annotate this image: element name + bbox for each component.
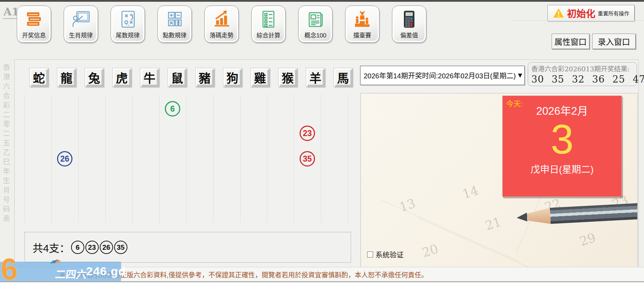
books-icon — [24, 9, 44, 29]
presenter-board-icon — [71, 9, 91, 29]
toolbar-button-concept-100[interactable]: 概念100 — [298, 6, 332, 43]
period-select-value: 2026年第14期开奖时间:2026年02月03日(星期二) — [360, 70, 516, 80]
butterfly-icon — [48, 257, 62, 267]
latest-result-box: 香港六合彩2026013期开奖结果: 30 35 32 36 25 47+46 — [528, 62, 637, 86]
toolbar-button-label: 落碼走勢 — [210, 30, 233, 39]
zodiac-tab-goat[interactable]: 羊 — [306, 68, 325, 87]
zodiac-tab-pig[interactable]: 豬 — [195, 68, 214, 87]
date-card: 今天: 2026年2月 3 戊申日(星期二) — [502, 95, 622, 197]
latest-result-numbers: 30 35 32 36 25 47+46 — [531, 74, 634, 85]
period-select[interactable]: 2026年第14期开奖时间:2026年02月03日(星期二) ▼ — [360, 66, 525, 85]
warning-icon — [553, 8, 565, 18]
zodiac-tab-dog[interactable]: 狗 — [223, 68, 242, 87]
window-top-edge — [0, 0, 644, 2]
zodiac-tab-horse[interactable]: 馬 — [334, 68, 352, 87]
calendar-panel: 13 14 20 21 22 29 23 今天: 2026年2月 3 戊申日(星… — [360, 93, 638, 267]
summary-number: 35 — [114, 241, 127, 254]
toolbar-button-zodiac-pattern[interactable]: 生肖规律 — [64, 6, 98, 43]
pencil-wood — [527, 208, 551, 225]
calendar-bg-number: 29 — [578, 230, 597, 249]
zodiac-tab-ox[interactable]: 牛 — [140, 68, 159, 87]
toolbar-button-label: 开奖信息 — [22, 30, 46, 39]
toolbar-button-comprehensive-calc[interactable]: 綜合計算 — [251, 6, 286, 43]
grid-number-26: 26 — [57, 151, 72, 167]
initialize-button[interactable]: 初始化 重置所有操作 — [547, 5, 635, 21]
date-card-day: 3 — [551, 118, 574, 161]
topright-divider — [512, 21, 644, 21]
watermark-cjk-text: 二四六 — [54, 266, 88, 281]
math-grid-icon — [164, 9, 185, 29]
summary-label: 共4支： — [33, 240, 70, 255]
zodiac-tab-row: 蛇 龍 兔 虎 牛 鼠 豬 狗 雞 猴 羊 馬 — [29, 68, 352, 87]
system-verify-label: 系统验证 — [376, 249, 404, 260]
latest-result-title: 香港六合彩2026013期开奖结果: — [531, 64, 634, 73]
watermark: 6 二四六 246.gd — [0, 257, 122, 283]
podium-icon — [352, 9, 372, 29]
toolbar-button-label: 擂臺賽 — [354, 30, 371, 39]
zodiac-tab-tiger[interactable]: 虎 — [112, 68, 131, 87]
toolbar-button-label: 概念100 — [304, 30, 326, 39]
zodiac-tab-snake[interactable]: 蛇 — [29, 68, 48, 87]
calendar-bg-number: 21 — [483, 214, 503, 233]
initialize-button-sublabel: 重置所有操作 — [598, 9, 629, 17]
toolbar-button-label: 點數規律 — [163, 30, 187, 39]
zodiac-tab-dragon[interactable]: 龍 — [57, 68, 76, 87]
grid-number-6: 6 — [165, 101, 180, 116]
toolbar-button-label: 綜合計算 — [257, 30, 280, 39]
toolbar-button-label: 偏差值 — [400, 30, 418, 39]
checklist-icon — [258, 9, 279, 29]
toolbar-button-lottery-info[interactable]: 开奖信息 — [17, 6, 51, 43]
watermark-domain-text: 246.gd — [86, 264, 126, 278]
summary-number: 26 — [100, 241, 113, 254]
initialize-button-label: 初始化 — [567, 6, 595, 20]
dropdown-arrow-icon[interactable]: ▼ — [516, 71, 524, 79]
summary-number: 23 — [85, 241, 99, 254]
grid-number-35: 35 — [300, 151, 315, 167]
strategy-notebook-icon — [118, 9, 138, 29]
toolbar-button-number-trend[interactable]: 落碼走勢 — [204, 6, 239, 43]
toolbar-button-points-pattern[interactable]: 點數規律 — [158, 6, 192, 43]
bar-chart-icon — [211, 9, 232, 29]
pencil-body — [550, 203, 638, 224]
summary-number: 6 — [71, 241, 84, 254]
date-card-today-label: 今天: — [506, 98, 523, 108]
toolbar: 开奖信息 生肖规律 尾数规律 — [17, 6, 426, 43]
newspaper-icon — [305, 9, 326, 29]
entry-window-button[interactable]: 录入窗口 — [592, 34, 636, 49]
zodiac-tab-rat[interactable]: 鼠 — [168, 68, 187, 87]
properties-window-button[interactable]: 属性窗口 — [552, 34, 589, 49]
date-card-ganzhi: 戊申日(星期二) — [531, 162, 594, 176]
grid-number-23: 23 — [300, 126, 315, 141]
app-window: A1 开奖信息 生肖规律 — [0, 0, 644, 283]
watermark-six-logo: 6 — [0, 251, 19, 283]
calendar-bg-number: 14 — [461, 183, 480, 201]
toolbar-button-label: 尾数规律 — [116, 30, 140, 39]
toolbar-button-deviation-value[interactable]: 偏差值 — [392, 6, 426, 43]
zodiac-tab-rooster[interactable]: 雞 — [251, 68, 270, 87]
calendar-bg-number: 20 — [420, 241, 440, 260]
pencil-tip — [516, 209, 527, 226]
calendar-bg-line — [418, 218, 597, 267]
toolbar-button-label: 生肖规律 — [69, 30, 93, 39]
toolbar-button-tail-number-pattern[interactable]: 尾数规律 — [111, 6, 145, 43]
system-verify-checkbox[interactable]: 系统验证 — [367, 249, 404, 260]
calculator-icon — [399, 9, 419, 29]
side-vertical-title: 香港六合彩二零二五乙巳年生肖号码表 — [1, 64, 11, 228]
toolbar-button-arena-contest[interactable]: 擂臺賽 — [345, 6, 379, 43]
zodiac-tab-rabbit[interactable]: 兔 — [85, 68, 104, 87]
zodiac-tab-monkey[interactable]: 猴 — [278, 68, 297, 87]
date-card-month: 2026年2月 — [536, 102, 588, 118]
pencil-image — [516, 203, 638, 226]
checkbox-icon[interactable] — [367, 252, 373, 257]
